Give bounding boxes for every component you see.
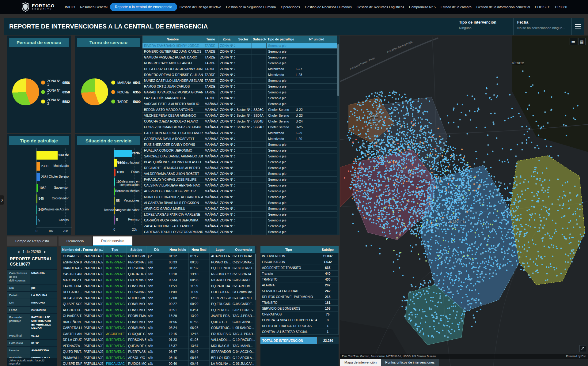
column-header[interactable]: Tipo de patrullaje	[267, 36, 294, 43]
table-row[interactable]: BLAS QUIÑONES JHONNY NOLASCOMAÑANAZONA N…	[142, 159, 340, 165]
table-row[interactable]: VILCHEZ PEÑA CESAR ARMANDOMAÑANAZONA N° …	[142, 113, 340, 119]
legend-item[interactable]: MAÑANA9541	[111, 78, 141, 87]
table-row[interactable]: DELITOS CONTRA EL PATRIMONIO218	[260, 294, 339, 300]
bar-row[interactable]: Chofer Sereno2384	[7, 172, 69, 182]
bar-row[interactable]: Permiso5	[75, 216, 139, 224]
table-row[interactable]: SERVICIOS A LA CIUDAD242	[260, 288, 339, 294]
bar-row[interactable]: Sereno a pie14775	[7, 151, 69, 160]
table-row[interactable]: ROMERO CAYO MIGUEL ANGELTARDEZONA N° 2Se…	[142, 60, 340, 66]
filter-1[interactable]: FechaNo se ha seleccionado ningun...	[513, 18, 571, 35]
legend-item[interactable]: ZONA N° 26358	[41, 87, 70, 97]
table-row[interactable]: OLIVARES L...PATRULLAJE...INTERVENCRUIDO…	[61, 253, 256, 259]
map-basemap-button[interactable]: ▦	[578, 38, 586, 45]
bar-row[interactable]: Descanso laboral2320	[75, 159, 139, 167]
column-header[interactable]: Ocurrencia	[231, 246, 256, 253]
bar-row[interactable]: Coordinador545	[7, 194, 69, 203]
table-row[interactable]: VALDERRAMA ABAD JHON ROBERTMAÑANAZONA N°…	[142, 171, 340, 177]
sidebar-expander[interactable]: ❯	[0, 195, 4, 205]
column-header[interactable]: Zona	[218, 36, 235, 43]
table-row[interactable]: NUÑEZ CASTILLO LISANDER ABELARDOTARDEZON…	[142, 78, 340, 84]
column-header[interactable]: Hora inicio	[167, 246, 189, 253]
tipo-patrullaje-bar-chart[interactable]: Sereno a pie14775Motorizado2390Chofer Se…	[7, 148, 69, 225]
table-row[interactable]: HUALLPA CONDORI JERONIMOMAÑANAZONA N° 2S…	[142, 148, 340, 153]
table-row[interactable]: LOPEZ VARGAS PATRICIA MARLENEMAÑANAZONA …	[142, 212, 340, 217]
table-row[interactable]: RIVERA ZAMBRANO HENRY JORGETARDEZONA N° …	[142, 43, 340, 49]
table-row[interactable]: VARGAS ESTELA ALBERTO BASILIOMAÑANAZONA …	[142, 101, 340, 107]
nav-item-11[interactable]: CODISEC	[533, 4, 553, 10]
nav-item-9[interactable]: Estado de la cámara	[438, 4, 474, 10]
table-row[interactable]: DIANDERAS ...PATRULLAJE...INTERVENCPERSO…	[61, 265, 256, 271]
table-row[interactable]: ROJAS CISN...PATRULLAJE...INTERVENCRUIDO…	[61, 295, 256, 301]
table-row[interactable]: ZAPATA CHORRES ALEXANDERMAÑANAZONA N° 1S…	[142, 223, 340, 229]
tab-1[interactable]: Ocurrencia	[59, 236, 92, 246]
column-header[interactable]: Sector	[235, 36, 252, 43]
legend-item[interactable]: ZONA N° 35582	[41, 97, 70, 106]
table-row[interactable]: RAMOS ORTIZ JUAN CARLOSTARDEZONA N° 2Ser…	[142, 84, 340, 89]
table-row[interactable]: DE LA CRUZ ...PATRULLAJE...INTERVENCPERS…	[61, 337, 256, 343]
roster-scrollbar[interactable]	[337, 36, 340, 235]
map-panel[interactable]: VitarteSanta Anita - Los FicusLa Molina …	[340, 36, 588, 366]
table-row[interactable]: DELITO DE TRAFICO DE DROGAS1	[260, 323, 339, 329]
table-row[interactable]: APARICIO GARCIA MARILUMAÑANAZONA N° 1Ser…	[142, 206, 340, 212]
tab-0[interactable]: Tiempo de Respuesta	[7, 236, 57, 246]
table-row[interactable]: CARRIÓN ROCA KAREN BERONIKAMAÑANAZONA N°…	[142, 217, 340, 223]
map-expand-button[interactable]	[579, 345, 586, 352]
occurrence-scrollbar[interactable]	[255, 246, 256, 366]
table-row[interactable]: ALCANTARA RIVAS NILS ERICKSONMAÑANAZONA …	[142, 200, 340, 206]
nav-item-6[interactable]: Gestión de Recursos Humanos	[302, 4, 354, 10]
table-row[interactable]: ALARMA297	[260, 282, 339, 288]
nav-item-2[interactable]: Reporte a la central de emergencia	[110, 3, 177, 11]
column-header[interactable]: Tipo	[260, 246, 317, 253]
table-row[interactable]: QUISPE ENR...PATRULLAJE...FISCALIZACRUID…	[61, 361, 256, 366]
nav-item-8[interactable]: Compromiso N° 5	[407, 4, 438, 10]
table-row[interactable]: CONTRA LA LIBERTAD SEXUAL1	[260, 329, 339, 335]
table-row[interactable]: QUISPE SOR...PATRULLAJE...INTERVENCCONSU…	[61, 301, 256, 307]
table-row[interactable]: CASTELLAN...PATRULLAJE...ACCIDENTECHOQUE…	[61, 331, 256, 337]
nav-item-12[interactable]: PP0030	[553, 4, 570, 10]
nav-item-4[interactable]: Gestión de la Seguridad Humana	[224, 4, 279, 10]
table-row[interactable]: ESPINOZA B...PATRULLAJE...INTERVENCPERSO…	[61, 259, 256, 266]
bar-row[interactable]: Descanso Medico130	[75, 187, 139, 195]
table-row[interactable]: MARTINEZ C...PATRULLAJE...INTERVENCENTRE…	[61, 277, 256, 283]
bar-row[interactable]: Vacaciones55	[75, 197, 139, 205]
table-row[interactable]: LAYME HUA...PATRULLAJE...INTERVENCCONSUM…	[61, 283, 256, 289]
column-header[interactable]: Nombre	[142, 36, 203, 43]
column-header[interactable]: Hora final	[189, 246, 210, 253]
bar-row[interactable]: De Servicio1767...	[75, 149, 139, 157]
table-row[interactable]: CONTRA LA VIDA EL CUERPO Y LA SALUD3	[260, 317, 339, 323]
table-row[interactable]: CARDENAS DÁVILA ROOSEVELTMAÑANAZONA N° 2…	[142, 136, 340, 142]
menu-button[interactable]	[571, 18, 584, 35]
table-row[interactable]: PARAGUAY YCHPAS JOSE FELIPEMAÑANAZONA N°…	[142, 177, 340, 183]
bar-row[interactable]: licencia sin goce de haber40	[75, 206, 139, 214]
table-row[interactable]: DE LA CRUZ CHOCCA GIOVANNY JUNIORTARDEZO…	[142, 66, 340, 72]
table-row[interactable]: SANCHEZ DIAZ DANIEL ARMANDO JUNIORMAÑANA…	[142, 153, 340, 159]
legend-item[interactable]: NOCHE6355	[111, 87, 141, 97]
nav-item-5[interactable]: Operaciones	[279, 4, 302, 10]
nav-item-7[interactable]: Gestión de Recursos Logísticos	[354, 4, 407, 10]
table-row[interactable]: BEDON ASTO MARCO ANTONIOMAÑANAZONA N° 2S…	[142, 107, 340, 113]
table-row[interactable]: DELGADO ...PATRULLAJE...INTERVENCPERSONA…	[61, 289, 256, 295]
table-row[interactable]: ACEVEDO FLORES JOSE VICTORMAÑANAZONA N° …	[142, 188, 340, 194]
table-row[interactable]: CABRERA LL...PATRULLAJE...INTERVENCCONSU…	[61, 325, 256, 331]
table-row[interactable]: OLIVARES T...PATRULLAJE...INTERVENCPROBL…	[61, 313, 256, 319]
nav-item-10[interactable]: Gestión de la información comercial	[474, 4, 533, 10]
table-row[interactable]: ROMERO GUTIERREZ JUAN CARLOSTARDEZONA N°…	[142, 49, 340, 55]
column-header[interactable]: N° unidad	[294, 36, 340, 43]
table-row[interactable]: TRANSITO430	[260, 277, 339, 282]
table-row[interactable]: CALSINA VILLANUEVA HERNAN NAOMAÑANAZONA …	[142, 183, 340, 188]
column-header[interactable]: Subtipo	[127, 246, 146, 253]
legend-item[interactable]: TARDE5600	[111, 97, 141, 106]
table-row[interactable]: CADENAS TRUJILLO VICTOR ARMANDOMAÑANAZON…	[142, 229, 340, 235]
table-row[interactable]: FLOREZ GUZMAN GILMAR ESTEBANMAÑANAZONA N…	[142, 124, 340, 130]
table-row[interactable]: RECHARTE UEMURA LUIS ALBERTOMAÑANAZONA N…	[142, 165, 340, 171]
situacion-servicio-bar-chart[interactable]: De Servicio1767...Descanso laboral2320Fa…	[75, 148, 139, 225]
table-row[interactable]: PAZ GALDÓS MARIANELLATARDEZONA N° 2Seren…	[142, 95, 340, 101]
table-row[interactable]: CONCHA OJEDA RODOLFO FLAVIOMAÑANAZONA N°…	[142, 119, 340, 124]
column-header[interactable]: Día	[146, 246, 167, 253]
table-row[interactable]: ROMERO AREVALO DENISSE GIULIANATARDEZONA…	[142, 72, 340, 78]
table-row[interactable]: SERVICIO DE BOMBEROS108	[260, 306, 339, 311]
column-header[interactable]: Subtipo	[317, 246, 339, 253]
table-row[interactable]: ACCHO HU...PATRULLAJE...INTERVENCCONSUMO…	[61, 307, 256, 313]
map-tab-0[interactable]: Mapa de intervención	[340, 359, 381, 366]
column-header[interactable]: Turno	[203, 36, 218, 43]
